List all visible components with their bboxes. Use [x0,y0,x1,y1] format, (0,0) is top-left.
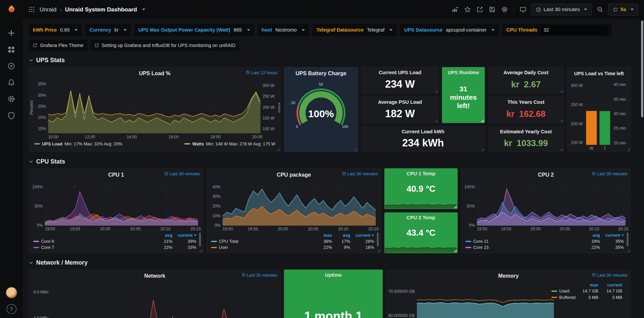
legend-series[interactable]: Core 6 [33,239,152,244]
section-cpu-stats[interactable]: CPU Stats [29,158,633,165]
apps-grid-icon[interactable] [28,5,36,14]
dashboards-grid-icon[interactable] [6,44,16,54]
panel-title[interactable]: UPS Load % [139,71,171,77]
svg-text:200 W: 200 W [263,105,275,110]
panel-time-override: Last 30 minutes [342,171,378,176]
ups-load-chart[interactable]: 35%30%25%20%15%300 W250 W200 W150 W100 W… [29,80,280,140]
legend-series[interactable]: Core 21 [465,239,579,244]
page-scrollbar[interactable] [641,20,643,117]
variable-kwh-price[interactable]: kWh Price 0.65 [29,24,82,36]
legend-col-sorted[interactable]: current [173,232,196,237]
shield-icon[interactable] [6,110,16,120]
explore-compass-icon[interactable] [6,61,16,71]
panel-title[interactable]: Network [144,273,165,279]
time-range-caret-icon [584,9,587,10]
panel-time-override: Last 30 minutes [592,171,628,176]
tv-cycle-icon[interactable] [519,5,527,14]
panel-title[interactable]: UPS Battery Charge [295,71,346,77]
dropdown-caret-icon [492,29,495,31]
title-caret-icon[interactable] [142,9,145,10]
panel-title[interactable]: Memory [498,273,519,279]
panel-title[interactable]: CPU package [277,172,311,178]
svg-text:18:00: 18:00 [210,135,221,139]
cpu-package-chart[interactable]: 40%30%20%10%0%19:5019:5520:0020:0520:102… [207,181,380,232]
add-panel-icon[interactable] [451,5,459,14]
user-avatar[interactable] [6,287,17,298]
svg-text:6.0 MBs: 6.0 MBs [34,290,49,294]
svg-text:20:00: 20:00 [278,227,288,231]
time-range-picker[interactable]: Last 30 minutes [531,3,592,15]
panel-time-override: Last 30 minutes [241,272,277,277]
configuration-gear-icon[interactable] [6,94,16,103]
clock-icon [592,172,596,176]
memory-chart[interactable]: 70.000000 GB60.000000 GB50.000000 GB [386,282,557,318]
settings-gear-icon[interactable] [500,5,509,14]
svg-text:25 min: 25 min [613,126,626,131]
svg-text:250 W: 250 W [263,94,275,99]
variable-ups-max-output[interactable]: UPS Max Output Power Capacity (Watt) 865 [134,24,254,36]
svg-text:30%: 30% [212,194,221,199]
panel-title[interactable]: CPU 2 [538,172,554,178]
refresh-picker[interactable]: 5s [608,3,638,15]
ups-load-vs-time-chart[interactable]: 300 W250 W200 W150 W40 min35 min30 min25… [567,80,631,151]
legend-series[interactable]: Core 23 [465,245,579,250]
help-icon[interactable]: ? [6,304,16,314]
legend-item[interactable]: WattsMin: 148 W Max: 278 W Avg: 175 W [184,141,275,146]
legend-series[interactable]: Used [551,288,578,293]
dashboard-title[interactable]: Unraid System Dashboard [65,6,137,13]
navbar-divider [513,5,514,14]
cpu1-chart[interactable]: 100%50%0%19:5019:5520:0020:0520:1020:15 [29,181,203,232]
panel-cpu-package: CPU package Last 30 minutes 40%30%20%10%… [206,168,381,253]
cpu2-chart[interactable]: 100%50%0%19:5019:5520:0020:0520:1020:15 [461,181,631,232]
legend-scrollbar[interactable] [627,232,629,246]
legend-col-sorted[interactable]: current [350,232,374,237]
variable-ups-datasource[interactable]: UPS Datasource apcupsd-container [400,24,499,36]
panel-cpu2: CPU 2 Last 30 minutes 100%50%0%19:5019:5… [461,168,631,253]
legend-col[interactable]: avg [152,232,172,237]
cpu-threads-input[interactable]: 32 [541,26,607,35]
legend-series[interactable]: Core 7 [33,245,152,250]
legend-item[interactable]: UPS LoadMin: 17% Max: 32% Avg: 20% [34,141,122,146]
legend-scrollbar[interactable] [199,232,201,246]
legend-col[interactable]: max [312,232,332,237]
panel-memory: Memory Last 30 minutes 70.000000 GB60.00… [386,270,631,318]
variable-currency[interactable]: Currency kr [85,24,131,36]
svg-text:150 W: 150 W [263,116,275,121]
svg-text:25%: 25% [38,104,46,109]
svg-text:20%: 20% [212,204,221,209]
panel-title[interactable]: UPS Load vs Time left [574,71,624,76]
network-chart[interactable]: 6.0 MBs4.0 MBs2.0 MBs [29,282,280,318]
create-plus-icon[interactable] [6,28,16,38]
legend-series[interactable]: User [211,245,312,250]
battery-gauge-value: 100% [308,108,334,119]
top-navbar: Unraid › Unraid System Dashboard Last 30… [22,0,644,19]
legend-col[interactable]: avg [332,232,350,237]
sort-caret-icon [622,235,624,236]
dashboard-content: kWh Price 0.65 Currency kr UPS Max Outpu… [22,19,644,318]
variable-host[interactable]: host Nostromo [258,24,309,36]
svg-text:200 W: 200 W [571,122,583,126]
save-icon[interactable] [488,5,496,14]
share-icon[interactable] [476,5,484,14]
grafana-logo[interactable] [5,4,17,16]
legend-series[interactable]: Buffered [551,295,578,300]
variable-telegraf-datasource[interactable]: Telegraf Datasource Telegraf [312,24,397,36]
section-ups-stats[interactable]: UPS Stats [29,57,633,63]
svg-text:T: T [604,146,606,151]
legend-col[interactable]: avg [580,232,600,237]
zoom-out-icon[interactable] [596,5,604,14]
alerting-bell-icon[interactable] [6,77,16,87]
link-grafana-plex-theme[interactable]: Grafana Plex Theme [29,40,87,51]
cpu-stats-row: CPU 1 Last 30 minutes 100%50%0%19:5019:5… [29,168,633,253]
star-icon[interactable] [463,5,472,14]
panel-title[interactable]: CPU 1 [108,172,124,178]
legend-scrollbar[interactable] [377,232,379,246]
breadcrumb-folder[interactable]: Unraid [40,6,57,13]
legend-col[interactable]: current [598,282,622,287]
legend-series[interactable]: CPU Total [211,239,312,244]
svg-text:4.0 MBs: 4.0 MBs [34,316,49,318]
link-ups-monitoring-guide[interactable]: Setting up Grafana and InfluxDB for UPS … [91,40,239,51]
section-network-memory[interactable]: Network / Memory [29,259,633,266]
legend-col-sorted[interactable]: current [600,232,624,237]
legend-col[interactable]: max [578,282,598,287]
